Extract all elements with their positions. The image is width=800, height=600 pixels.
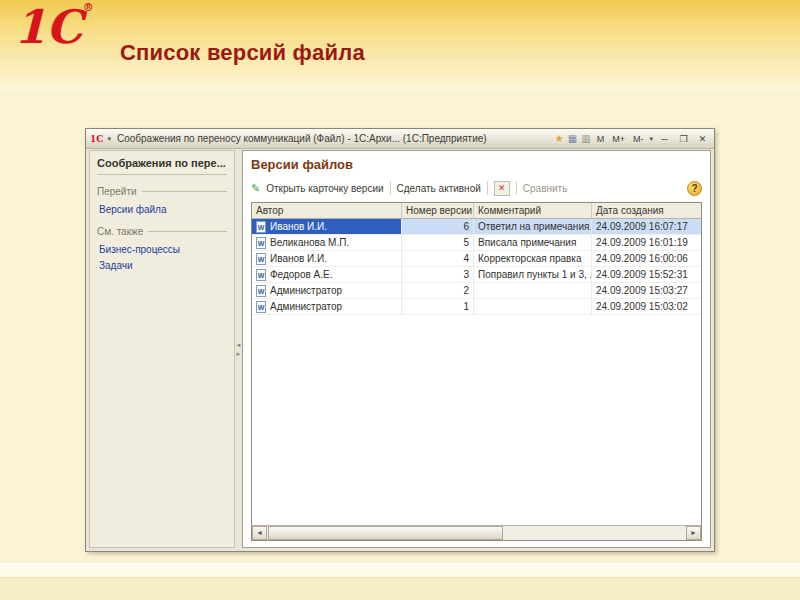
author-cell[interactable]: WАдминистратор xyxy=(252,299,402,315)
page-title: Версии файлов xyxy=(251,157,702,172)
date-cell[interactable]: 24.09.2009 15:03:02 xyxy=(592,299,701,315)
splitter-expand-icon[interactable]: ► xyxy=(236,351,242,357)
version-cell[interactable]: 1 xyxy=(402,299,474,315)
app-1c-icon: 1С xyxy=(90,134,103,144)
comment-cell[interactable]: Ответил на примечания... xyxy=(474,219,592,235)
scroll-right-button[interactable]: ► xyxy=(686,526,701,540)
table-row[interactable]: WИванов И.И. 6 Ответил на примечания... … xyxy=(252,219,701,235)
nav-section-see-also: См. также xyxy=(97,226,227,237)
author-name: Администратор xyxy=(270,285,342,296)
open-version-card-button[interactable]: Открыть карточку версии xyxy=(266,183,383,194)
date-cell[interactable]: 24.09.2009 16:01:19 xyxy=(592,235,701,251)
version-cell[interactable]: 5 xyxy=(402,235,474,251)
window-title: Соображения по переносу коммуникаций (Фа… xyxy=(115,133,551,144)
version-cell[interactable]: 3 xyxy=(402,267,474,283)
1c-logo-text: 1С xyxy=(14,0,83,54)
memory-m-minus-button[interactable]: М- xyxy=(631,134,646,144)
main-panel: Версии файлов ✎ Открыть карточку версии … xyxy=(242,150,711,548)
version-cell[interactable]: 2 xyxy=(402,283,474,299)
maximize-button[interactable]: ❒ xyxy=(676,134,691,144)
toolbar-separator xyxy=(516,181,517,195)
favorites-star-icon[interactable]: ★ xyxy=(555,134,564,144)
word-document-icon: W xyxy=(256,285,266,297)
version-cell[interactable]: 6 xyxy=(402,219,474,235)
author-cell[interactable]: WИванов И.И. xyxy=(252,219,402,235)
memory-m-plus-button[interactable]: М+ xyxy=(610,134,627,144)
make-active-button[interactable]: Сделать активной xyxy=(397,183,481,194)
author-name: Иванов И.И. xyxy=(270,221,327,232)
comment-cell[interactable]: Корректорская правка xyxy=(474,251,592,267)
horizontal-scrollbar[interactable]: ◄ ► xyxy=(252,525,701,540)
comment-cell[interactable]: Вписала примечания xyxy=(474,235,592,251)
toolbar-overflow-arrow-icon[interactable]: ▾ xyxy=(649,135,653,143)
memory-m-button[interactable]: М xyxy=(595,134,607,144)
versions-table: Автор Номер версии Комментарий Дата созд… xyxy=(251,202,702,541)
sidebar-item-file-versions[interactable]: Версии файла xyxy=(99,204,227,215)
author-name: Великанова М.П. xyxy=(270,237,349,248)
nav-section-label: См. также xyxy=(97,226,143,237)
nav-section-label: Перейти xyxy=(97,186,137,197)
delete-version-button[interactable]: ✕ xyxy=(494,181,510,196)
comment-cell[interactable] xyxy=(474,283,592,299)
column-header-version-number[interactable]: Номер версии xyxy=(402,203,474,218)
column-header-created-date[interactable]: Дата создания xyxy=(592,203,701,218)
versions-toolbar: ✎ Открыть карточку версии Сделать активн… xyxy=(251,177,702,199)
date-cell[interactable]: 24.09.2009 16:07:17 xyxy=(592,219,701,235)
scrollbar-thumb[interactable] xyxy=(268,526,503,540)
table-header-row: Автор Номер версии Комментарий Дата созд… xyxy=(252,203,701,219)
author-cell[interactable]: WВеликанова М.П. xyxy=(252,235,402,251)
table-row[interactable]: WАдминистратор 2 24.09.2009 15:03:27 xyxy=(252,283,701,299)
slide-footer-band-2 xyxy=(0,578,800,600)
author-name: Администратор xyxy=(270,301,342,312)
author-cell[interactable]: WФедоров А.Е. xyxy=(252,267,402,283)
table-row[interactable]: WВеликанова М.П. 5 Вписала примечания 24… xyxy=(252,235,701,251)
window-client-area: Соображения по пере... Перейти Версии фа… xyxy=(89,150,711,548)
scroll-left-button[interactable]: ◄ xyxy=(252,526,267,540)
compare-button-disabled[interactable]: Сравнить xyxy=(523,183,568,194)
comment-cell[interactable]: Поправил пункты 1 и 3, ... xyxy=(474,267,592,283)
word-document-icon: W xyxy=(256,301,266,313)
table-row[interactable]: WИванов И.И. 4 Корректорская правка 24.0… xyxy=(252,251,701,267)
version-cell[interactable]: 4 xyxy=(402,251,474,267)
section-divider xyxy=(142,191,227,192)
calendar-icon[interactable]: ▦ xyxy=(568,134,577,144)
sidebar-splitter[interactable]: ◄ ► xyxy=(235,150,242,548)
sidebar-item-business-processes[interactable]: Бизнес-процессы xyxy=(99,244,227,255)
author-cell[interactable]: WАдминистратор xyxy=(252,283,402,299)
column-header-comment[interactable]: Комментарий xyxy=(474,203,592,218)
section-divider xyxy=(148,231,227,232)
date-cell[interactable]: 24.09.2009 15:03:27 xyxy=(592,283,701,299)
splitter-collapse-icon[interactable]: ◄ xyxy=(236,342,242,348)
calculator-icon[interactable]: ▥ xyxy=(581,134,590,144)
slide-footer-band-1 xyxy=(0,563,800,578)
navigation-sidebar: Соображения по пере... Перейти Версии фа… xyxy=(89,150,235,548)
table-row[interactable]: WАдминистратор 1 24.09.2009 15:03:02 xyxy=(252,299,701,315)
author-name: Федоров А.Е. xyxy=(270,269,332,280)
pencil-icon: ✎ xyxy=(251,182,260,195)
comment-cell[interactable] xyxy=(474,299,592,315)
date-cell[interactable]: 24.09.2009 16:00:06 xyxy=(592,251,701,267)
word-document-icon: W xyxy=(256,253,266,265)
app-window: 1С ▾ Соображения по переносу коммуникаци… xyxy=(85,128,715,552)
window-menu-arrow-icon[interactable]: ▾ xyxy=(107,135,111,143)
word-document-icon: W xyxy=(256,237,266,249)
word-document-icon: W xyxy=(256,269,266,281)
1c-logo: 1С® xyxy=(14,2,94,53)
window-titlebar[interactable]: 1С ▾ Соображения по переносу коммуникаци… xyxy=(86,129,714,149)
close-button[interactable]: ✕ xyxy=(695,134,710,144)
help-button[interactable]: ? xyxy=(687,181,702,196)
minimize-button[interactable]: ─ xyxy=(657,134,672,144)
toolbar-separator xyxy=(390,181,391,195)
sidebar-header: Соображения по пере... xyxy=(97,157,227,175)
nav-section-goto: Перейти xyxy=(97,186,227,197)
author-name: Иванов И.И. xyxy=(270,253,327,264)
sidebar-item-tasks[interactable]: Задачи xyxy=(99,260,227,271)
toolbar-separator xyxy=(487,181,488,195)
word-document-icon: W xyxy=(256,221,266,233)
registered-mark: ® xyxy=(83,1,94,14)
column-header-author[interactable]: Автор xyxy=(252,203,402,218)
date-cell[interactable]: 24.09.2009 15:52:31 xyxy=(592,267,701,283)
author-cell[interactable]: WИванов И.И. xyxy=(252,251,402,267)
table-row[interactable]: WФедоров А.Е. 3 Поправил пункты 1 и 3, .… xyxy=(252,267,701,283)
slide-title: Список версий файла xyxy=(120,40,365,66)
